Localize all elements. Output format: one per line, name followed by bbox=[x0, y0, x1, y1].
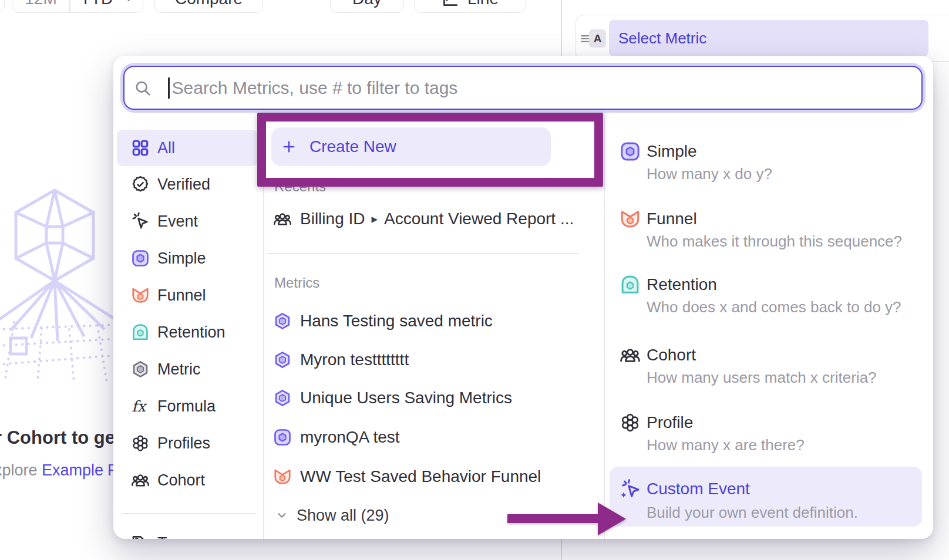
recent-item[interactable]: Billing ID ▸ Account Viewed Report ... bbox=[273, 207, 574, 231]
select-metric-control[interactable]: Select Metric bbox=[609, 20, 928, 56]
category-profiles[interactable]: Profiles bbox=[117, 425, 258, 461]
funnel-icon bbox=[131, 286, 150, 305]
category-cohort[interactable]: Cohort bbox=[117, 462, 258, 498]
search-icon bbox=[134, 79, 152, 97]
category-simple[interactable]: Simple bbox=[117, 240, 258, 276]
compare-button[interactable]: Compare bbox=[154, 0, 263, 13]
metric-icon bbox=[131, 360, 150, 379]
type-funnel[interactable]: Funnel Who makes it through this sequenc… bbox=[610, 207, 922, 266]
metric-item[interactable]: WW Test Saved Behavior Funnel bbox=[273, 465, 541, 488]
category-tags[interactable]: Tags bbox=[117, 525, 258, 539]
breadcrumb-caret: ▸ bbox=[371, 212, 378, 226]
formula-icon: fx bbox=[131, 397, 150, 416]
category-all[interactable]: All bbox=[117, 130, 258, 166]
funnel-icon bbox=[620, 208, 641, 230]
metric-item[interactable]: Myron testttttttt bbox=[273, 348, 409, 372]
saved-metric-icon bbox=[273, 350, 292, 369]
verified-icon bbox=[131, 175, 150, 194]
profiles-icon bbox=[131, 434, 150, 453]
annotation-arrow bbox=[507, 501, 627, 537]
type-simple[interactable]: Simple How many x do y? bbox=[610, 140, 922, 198]
type-profile[interactable]: Profile How many x are there? bbox=[610, 411, 922, 470]
category-verified[interactable]: Verified bbox=[117, 166, 258, 203]
range-ytd-button[interactable]: YTD bbox=[70, 0, 123, 8]
category-event[interactable]: Event bbox=[117, 203, 258, 239]
offscreen-button-edge[interactable] bbox=[0, 0, 5, 13]
type-cohort[interactable]: Cohort How many users match x criteria? bbox=[610, 343, 922, 402]
metric-item[interactable]: Hans Testing saved metric bbox=[273, 309, 493, 333]
type-custom-event[interactable]: Custom Event Build your own event defini… bbox=[610, 467, 922, 527]
granularity-button[interactable]: Day bbox=[330, 0, 404, 13]
search-input[interactable]: Search Metrics, use # to filter to tags bbox=[123, 66, 923, 110]
search-placeholder: Search Metrics, use # to filter to tags bbox=[172, 78, 458, 98]
cohort-icon bbox=[620, 345, 641, 366]
metric-item[interactable]: Unique Users Saving Metrics bbox=[273, 386, 512, 410]
show-all-button[interactable]: Show all (29) bbox=[275, 504, 389, 527]
chart-type-button[interactable]: Line bbox=[414, 0, 526, 13]
retention-icon bbox=[620, 274, 641, 295]
saved-metric-icon bbox=[273, 312, 292, 330]
saved-metric-icon bbox=[273, 389, 292, 407]
sidebar-divider bbox=[122, 513, 255, 514]
text-caret bbox=[168, 77, 170, 99]
category-metric[interactable]: Metric bbox=[117, 351, 258, 387]
funnel-icon bbox=[273, 467, 292, 486]
metric-card: A Select Metric bbox=[576, 15, 949, 62]
metric-letter-badge: A bbox=[589, 29, 606, 48]
profiles-icon bbox=[620, 412, 641, 433]
date-range-group: 12M YTD bbox=[12, 0, 143, 13]
chevron-down-icon bbox=[275, 509, 288, 522]
simple-icon bbox=[620, 141, 641, 162]
metric-item[interactable]: myronQA test bbox=[273, 426, 400, 449]
category-retention[interactable]: Retention bbox=[117, 314, 258, 350]
middle-divider bbox=[267, 253, 578, 254]
line-chart-icon bbox=[442, 0, 459, 8]
range-12m-button[interactable]: 12M bbox=[12, 0, 69, 8]
empty-state-explore: xplore Example bbox=[0, 461, 103, 480]
example-link[interactable]: Example bbox=[42, 461, 103, 479]
wireframe-illustration bbox=[0, 187, 118, 383]
metrics-label: Metrics bbox=[274, 275, 319, 291]
annotation-rectangle bbox=[257, 113, 603, 187]
category-funnel[interactable]: Funnel bbox=[117, 277, 258, 313]
type-retention[interactable]: Retention Who does x and comes back to d… bbox=[610, 273, 922, 332]
grid-icon bbox=[131, 139, 150, 157]
cohort-icon bbox=[273, 210, 292, 228]
retention-icon bbox=[131, 323, 150, 342]
category-formula[interactable]: fxFormula bbox=[117, 388, 258, 424]
custom-event-icon bbox=[620, 478, 641, 500]
cohort-icon bbox=[131, 471, 150, 490]
tag-icon bbox=[131, 534, 150, 539]
svg-text:fx: fx bbox=[132, 397, 147, 415]
simple-icon bbox=[131, 249, 150, 268]
event-icon bbox=[131, 212, 150, 231]
app: r Cohort to ge xplore Example R 12M YTD … bbox=[0, 0, 949, 560]
chevron-down-icon bbox=[123, 0, 134, 5]
column-divider bbox=[604, 113, 605, 539]
empty-state-title: r Cohort to ge bbox=[0, 427, 115, 448]
simple-icon bbox=[273, 428, 292, 447]
search-focus-ring: Search Metrics, use # to filter to tags bbox=[120, 63, 926, 113]
